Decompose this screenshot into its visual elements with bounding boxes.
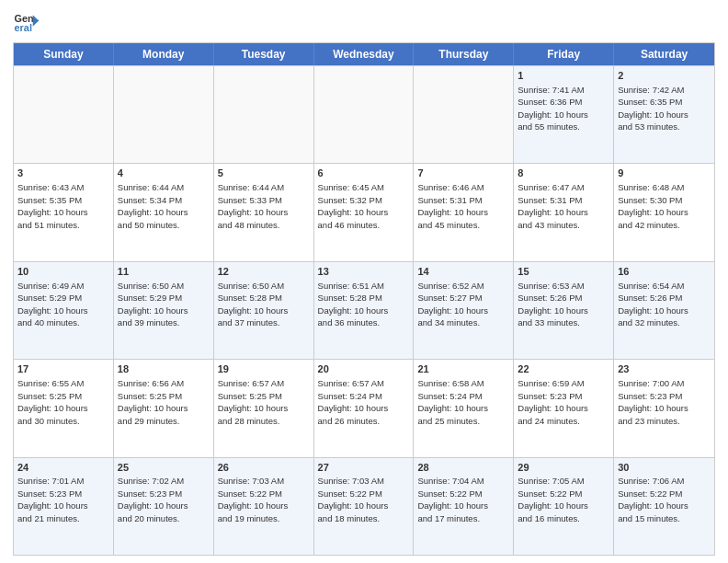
day-info-17: Sunrise: 6:55 AM Sunset: 5:25 PM Dayligh…	[17, 378, 88, 426]
calendar-cell-4: 4Sunrise: 6:44 AM Sunset: 5:34 PM Daylig…	[114, 164, 214, 260]
calendar-cell-1: 1Sunrise: 7:41 AM Sunset: 6:36 PM Daylig…	[514, 66, 614, 163]
calendar-row-0: 1Sunrise: 7:41 AM Sunset: 6:36 PM Daylig…	[14, 65, 714, 163]
calendar-cell-16: 16Sunrise: 6:54 AM Sunset: 5:26 PM Dayli…	[614, 262, 714, 359]
calendar-row-2: 10Sunrise: 6:49 AM Sunset: 5:29 PM Dayli…	[14, 261, 714, 359]
calendar-cell-17: 17Sunrise: 6:55 AM Sunset: 5:25 PM Dayli…	[14, 360, 114, 456]
calendar-cell-8: 8Sunrise: 6:47 AM Sunset: 5:31 PM Daylig…	[514, 164, 614, 260]
day-info-10: Sunrise: 6:49 AM Sunset: 5:29 PM Dayligh…	[17, 281, 88, 328]
calendar-cell-20: 20Sunrise: 6:57 AM Sunset: 5:24 PM Dayli…	[314, 360, 415, 456]
logo-icon: Gen eral	[13, 9, 39, 35]
calendar-cell-empty-0	[14, 66, 114, 163]
day-info-27: Sunrise: 7:03 AM Sunset: 5:22 PM Dayligh…	[318, 476, 389, 523]
day-info-3: Sunrise: 6:43 AM Sunset: 5:35 PM Dayligh…	[17, 182, 88, 230]
calendar-cell-14: 14Sunrise: 6:52 AM Sunset: 5:27 PM Dayli…	[414, 262, 514, 359]
header-day-tuesday: Tuesday	[214, 43, 314, 65]
header-day-wednesday: Wednesday	[314, 43, 415, 65]
calendar-cell-18: 18Sunrise: 6:56 AM Sunset: 5:25 PM Dayli…	[114, 360, 214, 456]
calendar-cell-30: 30Sunrise: 7:06 AM Sunset: 5:22 PM Dayli…	[614, 458, 714, 555]
calendar-cell-7: 7Sunrise: 6:46 AM Sunset: 5:31 PM Daylig…	[414, 164, 514, 260]
calendar-cell-25: 25Sunrise: 7:02 AM Sunset: 5:23 PM Dayli…	[114, 458, 214, 555]
calendar: SundayMondayTuesdayWednesdayThursdayFrid…	[13, 42, 715, 556]
header: Gen eral	[13, 9, 715, 35]
day-info-7: Sunrise: 6:46 AM Sunset: 5:31 PM Dayligh…	[417, 182, 488, 230]
header-day-friday: Friday	[514, 43, 614, 65]
day-info-22: Sunrise: 6:59 AM Sunset: 5:23 PM Dayligh…	[518, 378, 588, 426]
calendar-cell-23: 23Sunrise: 7:00 AM Sunset: 5:23 PM Dayli…	[614, 360, 714, 456]
calendar-cell-empty-2	[214, 66, 314, 163]
day-info-2: Sunrise: 7:42 AM Sunset: 6:35 PM Dayligh…	[618, 85, 688, 132]
calendar-cell-12: 12Sunrise: 6:50 AM Sunset: 5:28 PM Dayli…	[214, 262, 314, 359]
calendar-cell-11: 11Sunrise: 6:50 AM Sunset: 5:29 PM Dayli…	[114, 262, 214, 359]
header-day-sunday: Sunday	[14, 43, 114, 65]
calendar-cell-13: 13Sunrise: 6:51 AM Sunset: 5:28 PM Dayli…	[314, 262, 415, 359]
calendar-cell-6: 6Sunrise: 6:45 AM Sunset: 5:32 PM Daylig…	[314, 164, 415, 260]
day-info-19: Sunrise: 6:57 AM Sunset: 5:25 PM Dayligh…	[218, 378, 289, 426]
calendar-cell-empty-3	[314, 66, 415, 163]
day-info-5: Sunrise: 6:44 AM Sunset: 5:33 PM Dayligh…	[218, 182, 289, 230]
day-info-25: Sunrise: 7:02 AM Sunset: 5:23 PM Dayligh…	[118, 476, 188, 523]
calendar-row-1: 3Sunrise: 6:43 AM Sunset: 5:35 PM Daylig…	[14, 163, 714, 260]
day-info-1: Sunrise: 7:41 AM Sunset: 6:36 PM Dayligh…	[518, 85, 588, 132]
day-info-14: Sunrise: 6:52 AM Sunset: 5:27 PM Dayligh…	[417, 281, 488, 328]
calendar-cell-27: 27Sunrise: 7:03 AM Sunset: 5:22 PM Dayli…	[314, 458, 415, 555]
day-info-21: Sunrise: 6:58 AM Sunset: 5:24 PM Dayligh…	[417, 378, 488, 426]
day-info-13: Sunrise: 6:51 AM Sunset: 5:28 PM Dayligh…	[318, 281, 389, 328]
header-day-saturday: Saturday	[614, 43, 714, 65]
logo: Gen eral	[13, 9, 42, 35]
calendar-cell-19: 19Sunrise: 6:57 AM Sunset: 5:25 PM Dayli…	[214, 360, 314, 456]
calendar-cell-22: 22Sunrise: 6:59 AM Sunset: 5:23 PM Dayli…	[514, 360, 614, 456]
day-info-29: Sunrise: 7:05 AM Sunset: 5:22 PM Dayligh…	[518, 476, 588, 523]
day-info-24: Sunrise: 7:01 AM Sunset: 5:23 PM Dayligh…	[17, 476, 88, 523]
day-info-23: Sunrise: 7:00 AM Sunset: 5:23 PM Dayligh…	[618, 378, 688, 426]
calendar-cell-28: 28Sunrise: 7:04 AM Sunset: 5:22 PM Dayli…	[414, 458, 514, 555]
calendar-cell-10: 10Sunrise: 6:49 AM Sunset: 5:29 PM Dayli…	[14, 262, 114, 359]
calendar-body: 1Sunrise: 7:41 AM Sunset: 6:36 PM Daylig…	[14, 65, 714, 555]
day-info-28: Sunrise: 7:04 AM Sunset: 5:22 PM Dayligh…	[417, 476, 488, 523]
calendar-cell-empty-4	[414, 66, 514, 163]
calendar-cell-9: 9Sunrise: 6:48 AM Sunset: 5:30 PM Daylig…	[614, 164, 714, 260]
header-day-thursday: Thursday	[414, 43, 514, 65]
calendar-row-4: 24Sunrise: 7:01 AM Sunset: 5:23 PM Dayli…	[14, 457, 714, 555]
day-info-18: Sunrise: 6:56 AM Sunset: 5:25 PM Dayligh…	[118, 378, 188, 426]
day-info-20: Sunrise: 6:57 AM Sunset: 5:24 PM Dayligh…	[318, 378, 389, 426]
day-info-26: Sunrise: 7:03 AM Sunset: 5:22 PM Dayligh…	[218, 476, 289, 523]
day-info-8: Sunrise: 6:47 AM Sunset: 5:31 PM Dayligh…	[518, 182, 588, 230]
day-info-12: Sunrise: 6:50 AM Sunset: 5:28 PM Dayligh…	[218, 281, 289, 328]
calendar-row-3: 17Sunrise: 6:55 AM Sunset: 5:25 PM Dayli…	[14, 359, 714, 456]
header-day-monday: Monday	[114, 43, 214, 65]
day-info-16: Sunrise: 6:54 AM Sunset: 5:26 PM Dayligh…	[618, 281, 688, 328]
calendar-cell-empty-1	[114, 66, 214, 163]
day-info-11: Sunrise: 6:50 AM Sunset: 5:29 PM Dayligh…	[118, 281, 188, 328]
calendar-cell-26: 26Sunrise: 7:03 AM Sunset: 5:22 PM Dayli…	[214, 458, 314, 555]
calendar-cell-3: 3Sunrise: 6:43 AM Sunset: 5:35 PM Daylig…	[14, 164, 114, 260]
day-info-9: Sunrise: 6:48 AM Sunset: 5:30 PM Dayligh…	[618, 182, 688, 230]
calendar-cell-24: 24Sunrise: 7:01 AM Sunset: 5:23 PM Dayli…	[14, 458, 114, 555]
day-info-6: Sunrise: 6:45 AM Sunset: 5:32 PM Dayligh…	[318, 182, 389, 230]
day-info-15: Sunrise: 6:53 AM Sunset: 5:26 PM Dayligh…	[518, 281, 588, 328]
svg-text:eral: eral	[15, 22, 32, 33]
calendar-cell-15: 15Sunrise: 6:53 AM Sunset: 5:26 PM Dayli…	[514, 262, 614, 359]
calendar-cell-5: 5Sunrise: 6:44 AM Sunset: 5:33 PM Daylig…	[214, 164, 314, 260]
page: Gen eral SundayMondayTuesdayWednesdayThu…	[0, 0, 728, 563]
day-info-4: Sunrise: 6:44 AM Sunset: 5:34 PM Dayligh…	[118, 182, 188, 230]
calendar-cell-21: 21Sunrise: 6:58 AM Sunset: 5:24 PM Dayli…	[414, 360, 514, 456]
calendar-header: SundayMondayTuesdayWednesdayThursdayFrid…	[14, 43, 714, 65]
day-info-30: Sunrise: 7:06 AM Sunset: 5:22 PM Dayligh…	[618, 476, 688, 523]
calendar-cell-2: 2Sunrise: 7:42 AM Sunset: 6:35 PM Daylig…	[614, 66, 714, 163]
calendar-cell-29: 29Sunrise: 7:05 AM Sunset: 5:22 PM Dayli…	[514, 458, 614, 555]
